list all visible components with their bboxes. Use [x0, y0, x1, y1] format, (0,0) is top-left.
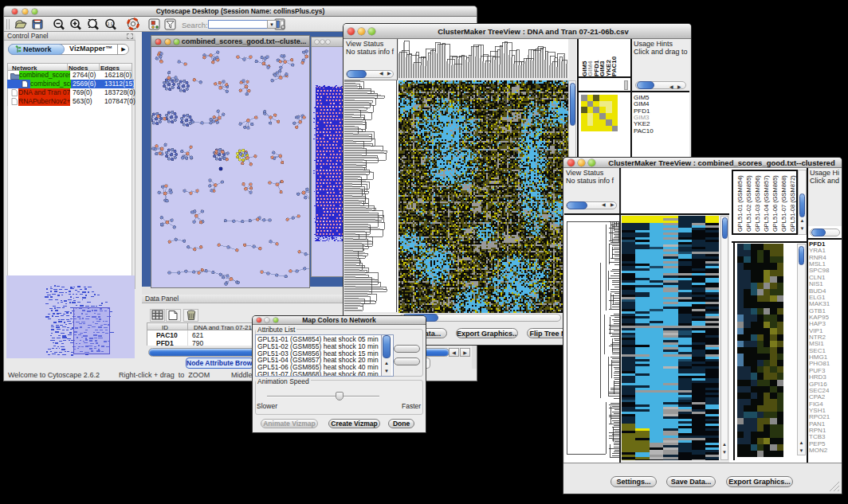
svg-text:1:1: 1:1 [108, 21, 113, 26]
